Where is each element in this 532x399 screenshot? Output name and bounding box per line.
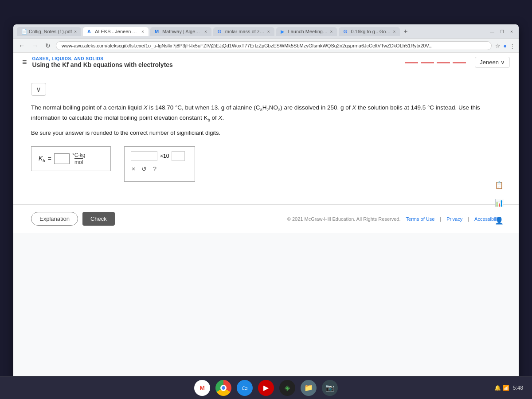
hamburger-menu[interactable]: ≡ xyxy=(22,58,27,67)
window-controls: — ❐ × xyxy=(489,28,515,35)
restore-button[interactable]: ❐ xyxy=(498,28,505,35)
footer-separator1: | xyxy=(440,216,441,222)
tab-close-zoom[interactable]: × xyxy=(330,29,333,34)
answer-input-box: ×10 × ↺ ? xyxy=(124,146,195,182)
answer-exponent-input[interactable] xyxy=(172,151,185,161)
back-button[interactable]: ← xyxy=(17,41,27,50)
tab-close-google1[interactable]: × xyxy=(267,29,270,34)
answer-top-row: ×10 xyxy=(131,151,188,161)
chevron-down-icon: ∨ xyxy=(501,59,505,66)
right-side-icons: 📋 📊 👤 xyxy=(493,179,505,227)
explanation-button[interactable]: Explanation xyxy=(31,212,78,226)
unit-numerator: °C·kg xyxy=(72,152,85,158)
taskbar-camera[interactable]: 📷 xyxy=(322,380,338,396)
minimize-button[interactable]: — xyxy=(489,28,496,35)
tab-favicon-zoom: ▶ xyxy=(281,29,286,34)
footer-buttons: Explanation Check xyxy=(31,212,115,226)
content-area: ≡ GASES, LIQUIDS, AND SOLIDS Using the K… xyxy=(13,53,519,390)
footer-area: Explanation Check © 2021 McGraw-Hill Edu… xyxy=(13,204,519,233)
user-name: Jeneen xyxy=(480,59,499,66)
answer-number-input[interactable] xyxy=(131,151,157,161)
page-title: Using the Kf and Kb equations with elect… xyxy=(32,61,173,68)
tab-zoom[interactable]: ▶ Launch Meeting - Zoom × xyxy=(276,27,337,36)
taskbar-right: 🔔 📶 5:48 xyxy=(494,385,523,391)
tab-close-aleks[interactable]: × xyxy=(141,29,144,34)
problem-area: ∨ The normal boiling point of a certain … xyxy=(13,72,519,204)
taskbar-files[interactable]: 🗂 xyxy=(237,380,253,396)
footer-right: © 2021 McGraw-Hill Education. All Rights… xyxy=(287,216,501,222)
tab-close-mathway[interactable]: × xyxy=(204,29,207,34)
account-icon[interactable]: ● xyxy=(503,43,507,49)
taskbar-folder[interactable]: 📁 xyxy=(301,380,317,396)
problem-instruction: Be sure your answer is rounded to the co… xyxy=(31,129,501,138)
expand-button[interactable]: ∨ xyxy=(31,83,46,96)
answer-blank[interactable] xyxy=(54,153,70,164)
address-input[interactable] xyxy=(56,41,492,50)
tab-favicon-aleks: A xyxy=(87,29,93,34)
breadcrumb-topic: GASES, LIQUIDS, AND SOLIDS xyxy=(32,56,173,61)
terms-link[interactable]: Terms of Use xyxy=(406,216,435,222)
unit-denominator: mol xyxy=(74,158,83,165)
title-bar: 📄 Collig_Notes (1).pdf × A ALEKS - Jenee… xyxy=(13,24,519,39)
header-lines xyxy=(405,61,466,63)
times-ten-label: ×10 xyxy=(160,153,169,159)
answer-action-row: × ↺ ? xyxy=(131,164,188,173)
user-menu-button[interactable]: Jeneen ∨ xyxy=(475,57,510,68)
tab-aleks[interactable]: A ALEKS - Jeneen Abdein × xyxy=(83,27,149,36)
problem-wrapper: ∨ The normal boiling point of a certain … xyxy=(13,72,519,233)
footer-separator2: | xyxy=(468,216,469,222)
taskbar-game[interactable]: ◈ xyxy=(279,380,295,396)
tab-google1[interactable]: G molar mass of zinc ch... × xyxy=(213,27,274,36)
notes-icon[interactable]: 📋 xyxy=(493,179,505,191)
new-tab-button[interactable]: + xyxy=(402,27,409,35)
taskbar-chrome[interactable] xyxy=(215,380,231,396)
privacy-link[interactable]: Privacy xyxy=(446,216,462,222)
help-button[interactable]: ? xyxy=(152,164,157,173)
breadcrumb-area: GASES, LIQUIDS, AND SOLIDS Using the Kf … xyxy=(32,56,173,68)
tab-collig[interactable]: 📄 Collig_Notes (1).pdf × xyxy=(17,27,81,36)
tab-close-google2[interactable]: × xyxy=(393,29,395,34)
address-bar-icons: ☆ ● ⋮ xyxy=(495,43,515,49)
reload-button[interactable]: ↻ xyxy=(43,41,52,50)
tab-favicon-mathway: M xyxy=(155,29,160,34)
problem-text: The normal boiling point of a certain li… xyxy=(31,103,501,123)
aleks-nav-left: ≡ GASES, LIQUIDS, AND SOLIDS Using the K… xyxy=(22,56,173,68)
copyright-text: © 2021 McGraw-Hill Education. All Rights… xyxy=(287,216,401,222)
taskbar: M 🗂 ▶ ◈ 📁 📷 🔔 📶 5:48 xyxy=(0,376,532,399)
equation-box: Kb = °C·kg mol xyxy=(31,146,111,171)
aleks-header: ≡ GASES, LIQUIDS, AND SOLIDS Using the K… xyxy=(13,53,519,72)
close-button[interactable]: × xyxy=(508,28,515,35)
clear-button[interactable]: × xyxy=(131,164,136,173)
tab-favicon-collig: 📄 xyxy=(21,29,27,34)
graph-icon[interactable]: 📊 xyxy=(493,196,505,209)
tab-mathway[interactable]: M Mathway | Algebra Pro × xyxy=(150,27,211,36)
extension-icon[interactable]: ⋮ xyxy=(509,43,515,49)
tab-favicon-google2: G xyxy=(343,29,348,34)
equation-container: Kb = °C·kg mol ×10 xyxy=(31,146,501,182)
taskbar-time: 5:48 xyxy=(513,385,523,391)
address-bar-row: ← → ↻ ☆ ● ⋮ xyxy=(13,39,519,53)
user-icon[interactable]: 👤 xyxy=(493,214,505,227)
tab-close-collig[interactable]: × xyxy=(74,29,77,34)
browser-window: 📄 Collig_Notes (1).pdf × A ALEKS - Jenee… xyxy=(13,24,519,390)
kb-label: Kb xyxy=(39,155,45,163)
unit-display: °C·kg mol xyxy=(72,152,85,165)
system-icons: 🔔 📶 xyxy=(494,385,509,391)
forward-button[interactable]: → xyxy=(30,41,40,50)
equals-sign: = xyxy=(48,155,51,162)
bookmark-icon[interactable]: ☆ xyxy=(495,43,501,49)
check-button[interactable]: Check xyxy=(82,212,115,226)
taskbar-gmail[interactable]: M xyxy=(194,380,210,396)
taskbar-youtube[interactable]: ▶ xyxy=(258,380,274,396)
tab-google2[interactable]: G 0.16kg to g - Google S... × xyxy=(339,27,400,36)
undo-button[interactable]: ↺ xyxy=(141,164,148,173)
tab-favicon-google1: G xyxy=(218,29,223,34)
